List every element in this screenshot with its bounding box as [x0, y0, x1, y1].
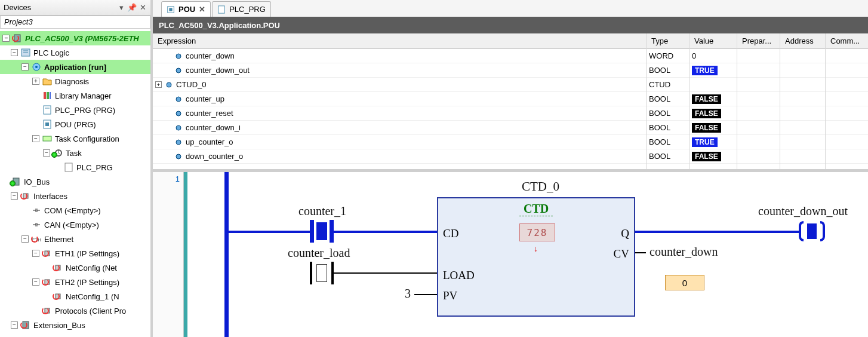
tree-task-plc-prg[interactable]: PLC_PRG — [0, 160, 150, 174]
tab-plc-prg[interactable]: PLC_PRG — [212, 1, 271, 17]
tree-eth2[interactable]: − ETH2 (IP Settings) — [0, 275, 150, 289]
down-arrow-icon: ↓ — [534, 244, 538, 253]
tab-close-icon[interactable]: ✕ — [199, 5, 205, 14]
coil-label: counter_down_out — [758, 204, 848, 218]
header-comment[interactable]: Comm... — [826, 33, 868, 49]
cell-type: CTUD — [647, 78, 689, 92]
header-address[interactable]: Address — [780, 33, 825, 49]
svg-point-28 — [176, 54, 181, 59]
header-value[interactable]: Value — [690, 33, 737, 49]
devices-title: Devices — [4, 3, 117, 12]
tree-extension-bus[interactable]: − Extension_Bus — [0, 318, 150, 332]
tree-diagnosis[interactable]: + Diagnosis — [0, 74, 150, 88]
contact-label: counter_load — [288, 246, 350, 260]
function-block[interactable]: CTD 728 ↓ CD LOAD PV Q CV — [437, 197, 635, 317]
pin-load: LOAD — [443, 269, 475, 282]
pin-pv: PV — [443, 289, 457, 302]
cell-value[interactable]: FALSE — [690, 149, 737, 164]
pin-cd: CD — [443, 227, 458, 240]
svg-rect-13 — [43, 136, 51, 141]
ladder-diagram[interactable]: 1 CTD_0 CTD 728 ↓ CD LOAD PV Q CV — [153, 172, 868, 337]
dropdown-icon[interactable]: ▾ — [117, 4, 125, 12]
contact-closed[interactable] — [310, 220, 334, 243]
close-icon[interactable]: ✕ — [138, 4, 147, 12]
svg-point-32 — [176, 111, 181, 116]
tree-netconfig1[interactable]: NetConfig (Net — [0, 261, 150, 275]
table-row[interactable]: up_counter_o — [153, 135, 646, 149]
svg-point-5 — [35, 66, 38, 68]
cv-var-label: counter_down — [650, 245, 718, 259]
document-icon — [217, 5, 226, 14]
cell-type: BOOL — [647, 106, 689, 121]
pin-q: Q — [621, 227, 629, 240]
contact-open[interactable] — [310, 262, 334, 284]
wire — [334, 231, 437, 233]
cell-type: BOOL — [647, 135, 689, 149]
tree-pou[interactable]: POU (PRG) — [0, 117, 150, 131]
cell-type: BOOL — [647, 121, 689, 135]
table-row[interactable]: counter_reset — [153, 106, 646, 121]
svg-rect-15 — [65, 163, 72, 171]
wire — [635, 252, 646, 253]
tree-root[interactable]: − PLC_AC500_V3 (PM5675-2ETH — [0, 31, 150, 45]
cell-value[interactable]: FALSE — [690, 92, 737, 106]
device-tree: − PLC_AC500_V3 (PM5675-2ETH − PLC Logic … — [0, 29, 150, 337]
tree-interfaces[interactable]: − Interfaces — [0, 189, 150, 203]
cv-value-box: 0 — [665, 275, 704, 290]
svg-point-35 — [176, 154, 181, 159]
cell-value[interactable] — [690, 78, 737, 92]
svg-point-29 — [176, 68, 181, 73]
pv-value: 3 — [405, 287, 411, 301]
wire — [334, 272, 437, 274]
tab-strip: POU ✕ PLC_PRG — [153, 0, 868, 17]
wire — [635, 231, 799, 233]
header-prepared[interactable]: Prepar... — [737, 33, 780, 49]
tree-library-manager[interactable]: Library Manager — [0, 88, 150, 103]
table-row[interactable]: counter_up — [153, 92, 646, 106]
rung-number: 1 — [153, 172, 184, 337]
coil[interactable] — [799, 221, 825, 241]
table-row[interactable]: +CTUD_0 — [153, 78, 646, 92]
cell-value[interactable]: 0 — [690, 49, 737, 63]
table-row[interactable]: counter_down_out — [153, 63, 646, 78]
editor-area: POU ✕ PLC_PRG PLC_AC500_V3.Application.P… — [153, 0, 868, 337]
tree-io-bus[interactable]: IO_Bus — [0, 174, 150, 189]
svg-rect-8 — [50, 92, 51, 99]
project-name[interactable]: Project3 — [0, 16, 150, 29]
tree-plc-prg[interactable]: PLC_PRG (PRG) — [0, 103, 150, 117]
fb-instance-label: CTD_0 — [522, 179, 559, 194]
header-type[interactable]: Type — [647, 33, 689, 49]
header-expression[interactable]: Expression — [153, 33, 646, 49]
tree-com[interactable]: COM (<Empty>) — [0, 203, 150, 217]
tree-eth1[interactable]: − ETH1 (IP Settings) — [0, 246, 150, 261]
tab-pou-label: POU — [178, 5, 195, 14]
tab-pou[interactable]: POU ✕ — [161, 1, 211, 17]
table-row[interactable]: down_counter_o — [153, 149, 646, 164]
svg-point-30 — [167, 82, 171, 87]
cell-type: WORD — [647, 49, 689, 63]
power-rail — [224, 172, 229, 337]
tree-task[interactable]: − Task — [0, 146, 150, 160]
cell-value[interactable]: FALSE — [690, 106, 737, 121]
cell-value[interactable]: TRUE — [690, 63, 737, 78]
svg-rect-7 — [47, 92, 49, 99]
tree-can[interactable]: CAN (<Empty>) — [0, 217, 150, 232]
tree-ethernet[interactable]: − ETH Ethernet — [0, 232, 150, 246]
pin-icon[interactable]: 📌 — [128, 4, 136, 12]
tree-application[interactable]: − Application [run] — [0, 60, 150, 74]
table-row[interactable]: counter_down — [153, 49, 646, 63]
svg-point-31 — [176, 97, 181, 102]
tree-plc-logic[interactable]: − PLC Logic — [0, 45, 150, 60]
tree-netconfig2[interactable]: NetConfig_1 (N — [0, 289, 150, 304]
tree-protocols[interactable]: Protocols (Client Pro — [0, 304, 150, 318]
wire — [229, 231, 310, 233]
cell-value[interactable]: TRUE — [690, 135, 737, 149]
cell-value[interactable]: FALSE — [690, 121, 737, 135]
svg-rect-6 — [44, 92, 46, 99]
cell-type: BOOL — [647, 63, 689, 78]
tree-task-config[interactable]: − Task Configuration — [0, 131, 150, 146]
fb-type: CTD — [519, 202, 553, 216]
table-row[interactable]: counter_down_i — [153, 121, 646, 135]
devices-header: Devices ▾ 📌 ✕ — [0, 0, 150, 16]
ladder-icon — [167, 5, 175, 14]
